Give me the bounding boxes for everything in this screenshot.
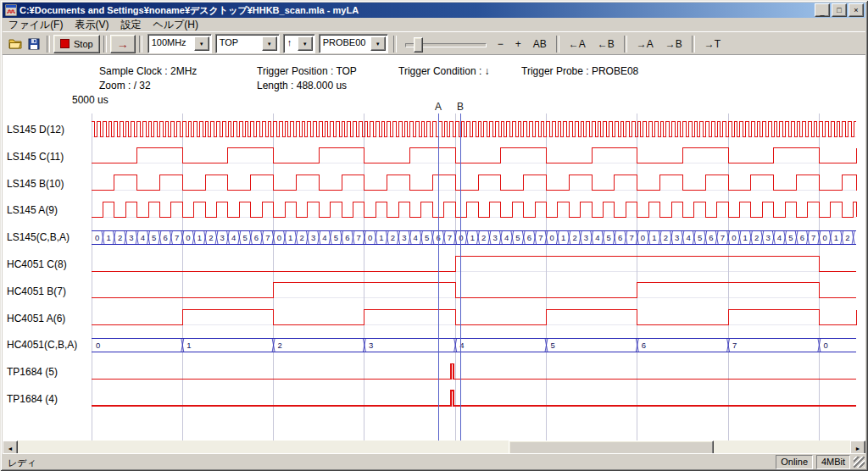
sample-rate-value: 100MHz xyxy=(148,35,194,53)
run-arrow-icon: → xyxy=(117,38,129,50)
channel-label[interactable]: LS145 B(10) xyxy=(7,178,64,190)
zoom-info: Zoom : / 32 xyxy=(99,80,151,91)
status-bar: レディ Online 4MBit xyxy=(3,453,865,468)
zoom-slider-thumb[interactable] xyxy=(414,37,423,53)
trigger-position-value: TOP xyxy=(216,35,262,53)
open-folder-icon xyxy=(8,37,22,51)
channel-label[interactable]: LS145(C,B,A) xyxy=(7,231,70,243)
toolbar-separator xyxy=(47,36,50,53)
minimize-button[interactable]: _ xyxy=(815,3,830,17)
close-button[interactable]: × xyxy=(849,3,864,17)
zoom-in-button[interactable]: + xyxy=(509,36,527,53)
trigger-condition-info: Trigger Condition : ↓ xyxy=(398,65,490,77)
maximize-button[interactable]: □ xyxy=(832,3,847,17)
menu-file[interactable]: ファイル(F) xyxy=(3,17,69,33)
goto-trigger-button[interactable]: →T xyxy=(698,36,726,53)
toolbar: Stop → 100MHz ▼ TOP ▼ ↑ ▼ PROBE00 ▼ − + xyxy=(3,31,865,55)
app-icon xyxy=(5,4,17,16)
chevron-down-icon[interactable]: ▼ xyxy=(298,36,313,51)
minimize-icon: _ xyxy=(820,8,824,16)
chevron-down-icon[interactable]: ▼ xyxy=(262,36,277,51)
sample-clock-info: Sample Clock : 2MHz xyxy=(99,65,197,77)
trigger-probe-info: Trigger Probe : PROBE08 xyxy=(521,65,638,77)
trigger-position-combo[interactable]: TOP ▼ xyxy=(215,34,280,53)
prev-cursor-b-button[interactable]: ←B xyxy=(592,36,620,53)
trigger-probe-value: PROBE00 xyxy=(320,35,370,53)
run-button[interactable]: → xyxy=(110,35,136,53)
floppy-disk-icon xyxy=(27,37,41,51)
cursor-a-label[interactable]: A xyxy=(435,101,442,113)
channel-label[interactable]: HC4051 C(8) xyxy=(7,258,67,270)
toolbar-separator xyxy=(556,36,559,53)
zoom-slider[interactable] xyxy=(403,35,488,53)
toolbar-separator xyxy=(393,36,397,53)
next-cursor-a-button[interactable]: →A xyxy=(631,36,659,53)
open-file-button[interactable] xyxy=(6,35,25,53)
client-area: Sample Clock : 2MHz Trigger Position : T… xyxy=(3,54,865,441)
channel-label[interactable]: HC4051 B(7) xyxy=(7,285,66,297)
stop-button-label: Stop xyxy=(74,39,93,49)
channel-label[interactable]: TP1684 (5) xyxy=(7,366,58,378)
stop-button[interactable]: Stop xyxy=(53,35,100,53)
sample-rate-combo[interactable]: 100MHz ▼ xyxy=(147,34,212,53)
chevron-down-icon[interactable]: ▼ xyxy=(370,36,386,51)
scroll-right-icon: ► xyxy=(855,446,861,452)
trigger-edge-combo[interactable]: ↑ ▼ xyxy=(283,34,315,53)
window-title: C:¥Documents and Settings¥noname¥デスクトップ¥… xyxy=(19,4,815,17)
channel-label[interactable]: LS145 D(12) xyxy=(7,124,64,136)
length-info: Length : 488.000 us xyxy=(257,80,347,91)
trigger-probe-combo[interactable]: PROBE00 ▼ xyxy=(319,34,388,53)
toolbar-separator xyxy=(692,36,695,53)
maximize-icon: □ xyxy=(837,7,841,14)
channel-label[interactable]: LS145 C(11) xyxy=(7,151,64,163)
resize-grip[interactable] xyxy=(854,457,865,468)
next-cursor-b-button[interactable]: →B xyxy=(659,36,688,53)
toolbar-separator xyxy=(139,36,142,53)
toolbar-separator xyxy=(103,36,107,53)
zoom-out-button[interactable]: − xyxy=(492,36,509,53)
trigger-edge-value: ↑ xyxy=(284,35,298,53)
horizontal-scrollbar[interactable]: ◄ ► xyxy=(3,441,865,454)
menu-bar: ファイル(F) 表示(V) 設定 ヘルプ(H) xyxy=(3,18,865,31)
status-ready-text: レディ xyxy=(8,457,36,469)
menu-help[interactable]: ヘルプ(H) xyxy=(147,17,204,33)
timeline-label: 5000 us xyxy=(72,94,108,106)
channel-label[interactable]: TP1684 (4) xyxy=(7,393,58,405)
close-icon: × xyxy=(854,7,858,14)
channel-label[interactable]: HC4051(C,B,A) xyxy=(7,339,77,351)
window-controls: _ □ × xyxy=(815,3,864,17)
cursor-b-label[interactable]: B xyxy=(457,101,464,113)
app-window: C:¥Documents and Settings¥noname¥デスクトップ¥… xyxy=(0,0,868,471)
title-bar[interactable]: C:¥Documents and Settings¥noname¥デスクトップ¥… xyxy=(3,3,865,18)
status-online-badge: Online xyxy=(776,455,813,469)
channel-label[interactable]: HC4051 A(6) xyxy=(7,313,65,324)
toolbar-separator xyxy=(624,36,627,53)
menu-settings[interactable]: 設定 xyxy=(114,17,147,33)
prev-cursor-a-button[interactable]: ←A xyxy=(563,36,592,53)
chevron-down-icon[interactable]: ▼ xyxy=(194,36,209,51)
scroll-left-icon: ◄ xyxy=(8,446,14,452)
stop-icon xyxy=(60,39,70,48)
save-file-button[interactable] xyxy=(25,35,43,53)
trigger-position-info: Trigger Position : TOP xyxy=(257,65,357,77)
cursor-ab-button[interactable]: AB xyxy=(527,36,553,53)
channel-label[interactable]: LS145 A(9) xyxy=(7,204,58,216)
menu-view[interactable]: 表示(V) xyxy=(69,17,114,33)
status-memory-badge: 4MBit xyxy=(816,455,850,469)
